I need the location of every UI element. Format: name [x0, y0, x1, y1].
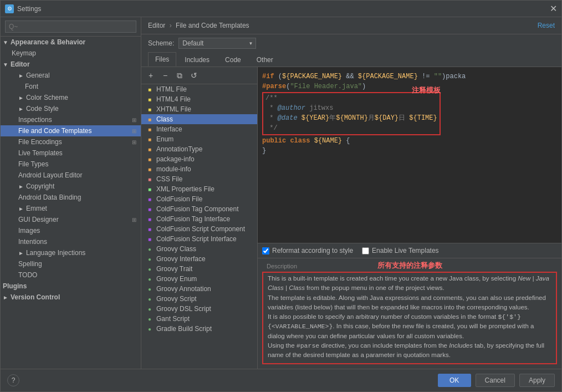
- help-button[interactable]: ?: [7, 374, 19, 386]
- sidebar-item-file-types[interactable]: File Types: [1, 159, 141, 170]
- sidebar-item-font[interactable]: Font: [1, 81, 141, 92]
- file-encodings-badge: ⊞: [132, 139, 136, 145]
- sidebar-label-emmet: Emmet: [26, 205, 47, 212]
- search-input[interactable]: [5, 21, 136, 33]
- file-label-class: Class: [156, 115, 173, 123]
- file-list-toolbar: + − ⧉ ↺: [141, 67, 257, 84]
- code-editor[interactable]: #if (${PACKAGE_NAME} && ${PACKAGE_NAME} …: [258, 67, 561, 243]
- tab-code[interactable]: Code: [218, 52, 248, 67]
- bottom-bar: ? OK Cancel Apply: [1, 369, 561, 391]
- sidebar-item-images[interactable]: Images: [1, 225, 141, 236]
- file-item-cf-script-iface[interactable]: ■ ColdFusion Script Interface: [141, 234, 257, 244]
- sidebar-item-live-templates[interactable]: Live Templates: [1, 147, 141, 159]
- cancel-button[interactable]: Cancel: [476, 374, 515, 387]
- file-label-annotation: AnnotationType: [156, 145, 202, 153]
- file-item-groovy-annotation[interactable]: ● Groovy Annotation: [141, 284, 257, 294]
- apply-button[interactable]: Apply: [519, 374, 555, 387]
- panel-body: + − ⧉ ↺ ■ HTML File ■ HTML4 File: [141, 67, 561, 369]
- file-item-class[interactable]: ■ Class: [141, 114, 257, 124]
- sidebar-item-android-layout-editor[interactable]: Android Layout Editor: [1, 170, 141, 181]
- file-item-cf[interactable]: ■ ColdFusion File: [141, 194, 257, 204]
- file-item-gant[interactable]: ● Gant Script: [141, 314, 257, 324]
- file-item-xhtml[interactable]: ■ XHTML File: [141, 104, 257, 114]
- file-item-css[interactable]: ■ CSS File: [141, 174, 257, 184]
- sidebar-item-file-encodings[interactable]: File Encodings ⊞: [1, 136, 141, 147]
- live-templates-checkbox-label[interactable]: Enable Live Templates: [362, 247, 439, 254]
- file-item-gradle[interactable]: ● Gradle Build Script: [141, 324, 257, 334]
- sidebar-item-general[interactable]: ► General: [1, 70, 141, 81]
- file-item-html4[interactable]: ■ HTML4 File: [141, 94, 257, 104]
- sidebar-item-plugins[interactable]: Plugins: [1, 281, 141, 292]
- file-list-panel: + − ⧉ ↺ ■ HTML File ■ HTML4 File: [141, 67, 258, 369]
- file-item-cf-tag-iface[interactable]: ■ ColdFusion Tag Interface: [141, 214, 257, 224]
- sidebar-item-inspections[interactable]: Inspections ⊞: [1, 114, 141, 125]
- ok-button[interactable]: OK: [438, 374, 471, 387]
- copy-button[interactable]: ⧉: [173, 69, 186, 82]
- sidebar-item-gui-designer[interactable]: GUI Designer ⊞: [1, 214, 141, 225]
- file-item-module-info[interactable]: ■ module-info: [141, 164, 257, 174]
- file-item-package-info[interactable]: ■ package-info: [141, 154, 257, 164]
- tab-files[interactable]: Files: [148, 52, 176, 67]
- tab-other[interactable]: Other: [249, 52, 280, 67]
- desc-header: Description 所有支持的注释参数: [258, 258, 561, 271]
- sidebar-label-copyright: Copyright: [26, 182, 54, 190]
- file-item-enum[interactable]: ■ Enum: [141, 134, 257, 144]
- sidebar-item-copyright[interactable]: ► Copyright: [1, 181, 141, 192]
- sidebar-item-android-data-binding[interactable]: Android Data Binding: [1, 192, 141, 203]
- sidebar-label-android-layout-editor: Android Layout Editor: [18, 171, 82, 179]
- tabs-row: Files Includes Code Other: [141, 52, 561, 67]
- sidebar-item-appearance[interactable]: ▼ Appearance & Behavior: [1, 37, 141, 48]
- file-label-module-info: module-info: [156, 165, 191, 173]
- file-item-groovy-iface[interactable]: ● Groovy Interface: [141, 254, 257, 264]
- file-item-interface[interactable]: ■ Interface: [141, 124, 257, 134]
- xml-icon: ■: [146, 185, 154, 193]
- sidebar-label-intentions: Intentions: [18, 238, 47, 246]
- breadcrumb-editor: Editor: [148, 22, 165, 29]
- file-item-html[interactable]: ■ HTML File: [141, 84, 257, 94]
- sidebar-item-keymap[interactable]: Keymap: [1, 48, 141, 59]
- annotation-icon: ■: [146, 145, 154, 153]
- tab-includes[interactable]: Includes: [177, 52, 217, 67]
- sidebar-item-version-control[interactable]: ► Version Control: [1, 292, 141, 303]
- sidebar-item-editor[interactable]: ▼ Editor: [1, 59, 141, 70]
- sidebar-item-file-code-templates[interactable]: File and Code Templates ⊞: [1, 125, 141, 136]
- file-item-groovy-trait[interactable]: ● Groovy Trait: [141, 264, 257, 274]
- sidebar-item-code-style[interactable]: ► Code Style: [1, 103, 141, 114]
- sidebar-item-emmet[interactable]: ► Emmet: [1, 203, 141, 214]
- file-item-cf-tag-comp[interactable]: ■ ColdFusion Tag Component: [141, 204, 257, 214]
- html4-icon: ■: [146, 95, 154, 103]
- file-item-groovy-enum[interactable]: ● Groovy Enum: [141, 274, 257, 284]
- sidebar-item-spelling[interactable]: Spelling: [1, 258, 141, 269]
- file-item-xml-props[interactable]: ■ XML Properties File: [141, 184, 257, 194]
- reformat-checkbox-label[interactable]: Reformat according to style: [262, 247, 353, 254]
- sidebar-label-file-encodings: File Encodings: [18, 138, 62, 146]
- scheme-label: Scheme:: [148, 39, 174, 47]
- file-label-gant: Gant Script: [156, 315, 190, 323]
- file-item-cf-script-comp[interactable]: ■ ColdFusion Script Component: [141, 224, 257, 234]
- app-icon: ⚙: [5, 4, 14, 13]
- cf-icon: ■: [146, 195, 154, 203]
- sidebar-label-language-injections: Language Injections: [26, 249, 85, 257]
- scheme-select[interactable]: Default Project: [178, 38, 256, 49]
- reset-link[interactable]: Reset: [538, 22, 555, 29]
- inspections-badge: ⊞: [132, 117, 136, 123]
- groovy-trait-icon: ●: [146, 265, 154, 273]
- file-item-groovy-script[interactable]: ● Groovy Script: [141, 294, 257, 304]
- sidebar-label-appearance: Appearance & Behavior: [11, 38, 85, 46]
- close-button[interactable]: ✕: [549, 5, 557, 13]
- sidebar-label-images: Images: [18, 227, 40, 235]
- remove-button[interactable]: −: [159, 69, 171, 82]
- reset-button[interactable]: ↺: [188, 69, 200, 82]
- sidebar-item-todo[interactable]: TODO: [1, 269, 141, 281]
- gant-icon: ●: [146, 315, 154, 323]
- file-item-annotation[interactable]: ■ AnnotationType: [141, 144, 257, 154]
- file-item-groovy-class[interactable]: ● Groovy Class: [141, 244, 257, 254]
- sidebar-item-language-injections[interactable]: ► Language Injections: [1, 247, 141, 258]
- sidebar-item-intentions[interactable]: Intentions: [1, 236, 141, 247]
- reformat-checkbox[interactable]: [262, 247, 269, 254]
- live-templates-checkbox[interactable]: [362, 247, 369, 254]
- search-box: [1, 17, 141, 37]
- add-button[interactable]: +: [145, 69, 157, 82]
- sidebar-item-color-scheme[interactable]: ► Color Scheme: [1, 92, 141, 103]
- file-item-groovy-dsl[interactable]: ● Groovy DSL Script: [141, 304, 257, 314]
